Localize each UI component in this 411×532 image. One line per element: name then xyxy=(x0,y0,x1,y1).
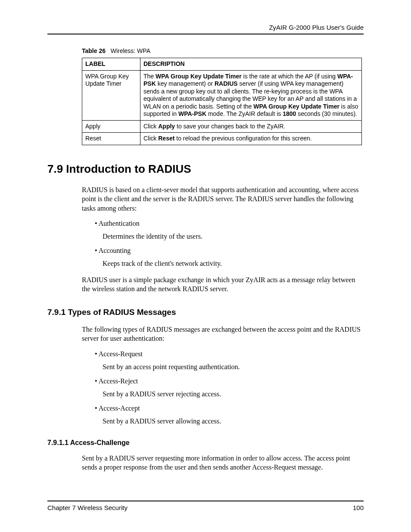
page: ZyAIR G-2000 Plus User's Guide Table 26 … xyxy=(0,0,411,532)
page-footer: Chapter 7 Wireless Security 100 xyxy=(47,501,364,511)
paragraph: RADIUS user is a simple package exchange… xyxy=(82,275,364,294)
table-number: Table 26 xyxy=(82,47,106,54)
heading-7-9: 7.9 Introduction to RADIUS xyxy=(47,162,364,176)
bullet-desc: Sent by a RADIUS server rejecting access… xyxy=(103,389,364,399)
list-item: Access-Accept Sent by a RADIUS server al… xyxy=(95,404,364,426)
bullet-desc: Sent by an access point requesting authe… xyxy=(103,362,364,372)
bullet-desc: Keeps track of the client's network acti… xyxy=(103,259,364,268)
list-item: Access-Reject Sent by a RADIUS server re… xyxy=(95,376,364,398)
cell-label: WPA Group Key Update Timer xyxy=(82,70,140,120)
table-row: Reset Click Reset to reload the previous… xyxy=(82,133,362,145)
paragraph: Sent by a RADIUS server requesting more … xyxy=(82,454,364,472)
list-item: Accounting Keeps track of the client's n… xyxy=(95,246,364,268)
cell-label: Reset xyxy=(82,133,140,145)
page-header: ZyAIR G-2000 Plus User's Guide xyxy=(47,24,364,34)
heading-7-9-1-1: 7.9.1.1 Access-Challenge xyxy=(47,439,364,447)
list-item: Access-Request Sent by an access point r… xyxy=(95,349,364,371)
document-title: ZyAIR G-2000 Plus User's Guide xyxy=(269,24,364,31)
cell-description: Click Reset to reload the previous confi… xyxy=(140,133,362,145)
bullet-list: Authentication Determines the identity o… xyxy=(95,219,364,268)
table-row: WPA Group Key Update Timer The WPA Group… xyxy=(82,70,362,120)
bullet-list: Access-Request Sent by an access point r… xyxy=(95,349,364,426)
bullet-head: Accounting xyxy=(95,247,131,254)
bullet-head: Access-Reject xyxy=(95,377,138,385)
bullet-desc: Sent by a RADIUS server allowing access. xyxy=(103,417,364,426)
footer-chapter: Chapter 7 Wireless Security xyxy=(47,504,128,511)
table-header-row: LABEL DESCRIPTION xyxy=(82,58,362,71)
list-item: Authentication Determines the identity o… xyxy=(95,219,364,241)
bullet-head: Access-Request xyxy=(95,350,143,358)
bullet-head: Access-Accept xyxy=(95,404,140,412)
footer-page-number: 100 xyxy=(353,504,364,511)
cell-description: Click Apply to save your changes back to… xyxy=(140,120,362,133)
bullet-desc: Determines the identity of the users. xyxy=(103,232,364,241)
table-title: Wireless: WPA xyxy=(111,47,150,54)
paragraph: RADIUS is based on a client-sever model … xyxy=(82,185,364,213)
col-header-description: DESCRIPTION xyxy=(140,58,362,71)
table-caption: Table 26 Wireless: WPA xyxy=(82,47,364,54)
bullet-head: Authentication xyxy=(95,220,140,227)
col-header-label: LABEL xyxy=(82,58,140,71)
cell-description: The WPA Group Key Update Timer is the ra… xyxy=(140,70,362,120)
cell-label: Apply xyxy=(82,120,140,133)
heading-7-9-1: 7.9.1 Types of RADIUS Messages xyxy=(47,308,364,317)
table-row: Apply Click Apply to save your changes b… xyxy=(82,120,362,133)
wpa-table: LABEL DESCRIPTION WPA Group Key Update T… xyxy=(82,58,362,145)
paragraph: The following types of RADIUS messages a… xyxy=(82,325,364,343)
